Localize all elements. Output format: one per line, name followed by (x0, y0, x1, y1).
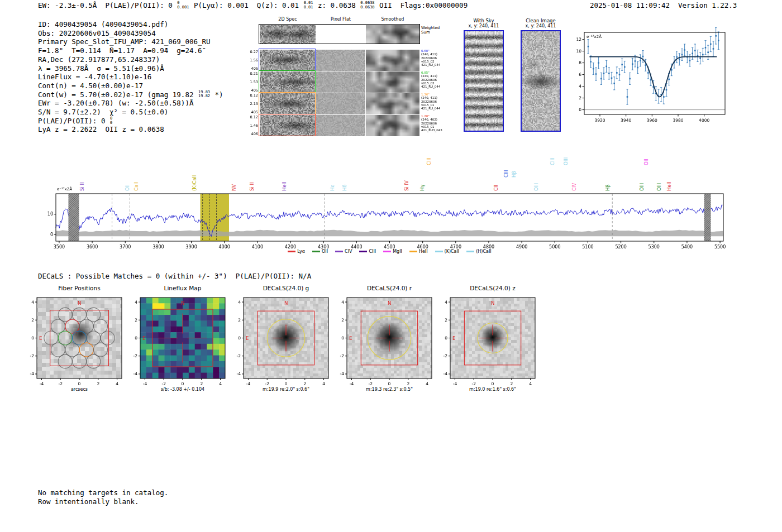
clean-image-title: Clean Image (519, 18, 562, 23)
fiber-smoothed-strip (366, 93, 419, 114)
text-segment: *) (211, 90, 223, 99)
fiber-weight-value: 1.53 (235, 80, 258, 84)
text-segment: Primary Spec_Slot_IFU_AMP: 421_069_006_R… (38, 37, 211, 46)
text-segment: ID: 4090439054 (4090439054.pdf) (38, 20, 168, 29)
footer-no-match: No matching targets in catalog. (38, 488, 168, 497)
fiber-id-line: 421_RU_044 (421, 107, 455, 110)
cutout-canvas-image-4 (436, 293, 542, 389)
fiber-id-line: 421_RU_044 (421, 85, 455, 88)
text-segment: Obs: 20220606v015_4090439054 (38, 29, 156, 38)
decals-matches-header: DECaLS : Possible Matches = 0 (within +/… (38, 272, 311, 280)
summary-line: Cont(n) = 4.50(±0.00)e-17 (38, 82, 223, 90)
stacked-bottom: 0.01 (304, 6, 313, 9)
summary-line: λ = 3965.78Å σ = 5.51(±0.96)Å (38, 64, 223, 73)
fiber-id-line: 421_RU3_043 (421, 128, 455, 132)
stacked-value: 0.010.01 (304, 1, 313, 9)
spectral-line-label: CIII (503, 170, 509, 178)
fiber-weight-value: 1.56 (235, 58, 258, 63)
fiber-pixelflat-strip (316, 93, 365, 114)
with-sky-canvas (465, 31, 503, 131)
fiber-row-annotation: 1.36"(240, 411)20220606v015_01421_RU_044 (421, 93, 455, 110)
summary-line: Primary Spec_Slot_IFU_AMP: 421_069_006_R… (38, 37, 223, 46)
fiber-weight-value: 405 (235, 110, 258, 114)
fiber-row-annotation: 1.20"(240, 402)20220606v015_01421_RU3_04… (421, 114, 455, 132)
main-spectrum-canvas (34, 184, 732, 254)
stacked-value: 00.001 (177, 1, 189, 9)
cutout-panel-title: Lineflux Map (140, 285, 225, 291)
summary-line: S/N = 9.7(±2.2) χ² = 0.5(±0.0) (38, 108, 223, 117)
text-segment: λ = 3965.78Å σ = 5.51(±0.96)Å (38, 64, 164, 73)
fiber-smoothed-strip (366, 71, 419, 93)
col-header-pixelflat: Pixel Flat (316, 17, 365, 22)
cutout-panel-title: DECaLS(24.0) g (244, 285, 328, 291)
fiber-row-annotation: 0.60"(240, 411)20220606v015_02421_RU_044 (421, 49, 455, 66)
with-sky-coords: x, y: 240, 411 (462, 23, 505, 28)
cutout-canvas-fiber-0 (22, 293, 128, 389)
fiber-row-weights: 0.122.13405 (235, 93, 258, 114)
summary-line: ID: 4090439054 (4090439054.pdf) (38, 20, 223, 29)
fiber-weight-value: 0.12 (235, 93, 258, 98)
fiber-row-weights: 0.121.46406 (235, 115, 258, 136)
summary-line: P(LAE)/P(OII): 0 00 (38, 117, 223, 126)
text-segment: S/N = 9.7(±2.2) χ² = 0.5(±0.0) (38, 108, 168, 117)
fiber-weight-value: 2.13 (235, 102, 258, 106)
summary-line: Cont(w) = 5.70(±0.02)e-17 (gmag 19.82 19… (38, 90, 223, 99)
spectral-line-label: CIII (426, 158, 432, 165)
fiber-weight-value: 0.12 (235, 115, 258, 119)
text-segment: z: 0.0638 (314, 1, 360, 9)
spectral-line-label: Hβ (511, 171, 517, 178)
with-sky-title: With Sky (462, 18, 505, 23)
summary-line: F=1.8" T=0.114 N̄=1.1̄7 A=0.9̄4 g=24.6̄ (38, 46, 223, 55)
col-header-2dspec: 2D Spec (260, 17, 316, 22)
cutout-canvas-lineflux-1 (126, 293, 232, 389)
spectral-line-label: OII (643, 159, 650, 165)
spectral-line-label: CIII (550, 158, 556, 165)
footer-blank-row: Row intentionally blank. (38, 497, 139, 506)
stacked-value: 19.8319.82 (198, 90, 210, 98)
text-segment: LyA z = 2.2622 OII z = 0.0638 (38, 125, 164, 134)
weighted-smoothed-strip (366, 25, 419, 44)
fiber-id-line: 421_RU_044 (421, 63, 455, 66)
fiber-2dspec-strip (260, 50, 316, 71)
cutout-canvas-image-2 (229, 293, 335, 389)
fiber-weight-value: 406 (235, 132, 258, 136)
weighted-sum-label: Weighted Sum (421, 26, 447, 35)
fiber-weight-value: 1.46 (235, 123, 258, 128)
stacked-value: 0.06380.0638 (360, 1, 374, 9)
stacked-bottom: 0.0638 (360, 6, 374, 9)
text-segment: EW: -2.3±-0.5Å P(LAE)/P(OII): 0 (38, 1, 177, 9)
text-segment: EWr = -3.20(±0.78) (w: -2.50(±0.58))Å (38, 99, 193, 108)
fiber-weight-value: 405 (235, 66, 258, 71)
cutout-panel-title: DECaLS(24.0) z (450, 285, 535, 291)
text-segment: OII Flags:0x00000009 (375, 1, 468, 9)
timestamp-version: 2025-01-08 11:09:42 Version 1.22.3 (590, 1, 737, 9)
line-fit-canvas (574, 25, 748, 132)
fiber-pixelflat-strip (316, 115, 365, 136)
summary-line: RA,Dec (272.917877,65.248337) (38, 55, 223, 64)
stacked-bottom: 19.82 (198, 94, 210, 98)
fiber-2dspec-strip (260, 71, 316, 93)
cutout-canvas-image-3 (332, 293, 438, 389)
stacked-bottom: 0 (110, 121, 112, 125)
fiber-pixelflat-strip (316, 71, 365, 93)
summary-line: LyA z = 2.2622 OII z = 0.0638 (38, 125, 223, 134)
fiber-weight-value: 405 (235, 88, 258, 93)
text-segment: P(Lyα): 0.001 Q(z): 0.01 (189, 1, 303, 9)
fiber-2dspec-strip (260, 93, 316, 114)
text-segment: Cont(w) = 5.70(±0.02)e-17 (gmag 19.82 (38, 90, 198, 99)
elixer-report-page: EW: -2.3±-0.5Å P(LAE)/P(OII): 0 00.001 P… (0, 0, 782, 532)
spectral-line-label: OIII (563, 157, 569, 165)
cutout-panel-title: Fiber Positions (37, 285, 122, 291)
text-segment: F=1.8" T=0.114 N̄=1.1̄7 A=0.9̄4 g=24.6̄ (38, 46, 202, 55)
fiber-row-weights: 0.271.56405 (235, 50, 258, 71)
detection-summary: ID: 4090439054 (4090439054.pdf)Obs: 2022… (38, 20, 223, 134)
fiber-smoothed-strip (366, 115, 419, 136)
text-segment: RA,Dec (272.917877,65.248337) (38, 55, 160, 64)
col-header-smoothed: Smoothed (366, 17, 419, 22)
fiber-row-weights: 0.211.53405 (235, 71, 258, 93)
summary-line: Obs: 20220606v015_4090439054 (38, 29, 223, 38)
stacked-bottom: 0.001 (177, 6, 189, 9)
fiber-2dspec-strip (260, 115, 316, 136)
fiber-pixelflat-strip (316, 50, 365, 71)
fiber-smoothed-strip (366, 50, 419, 71)
